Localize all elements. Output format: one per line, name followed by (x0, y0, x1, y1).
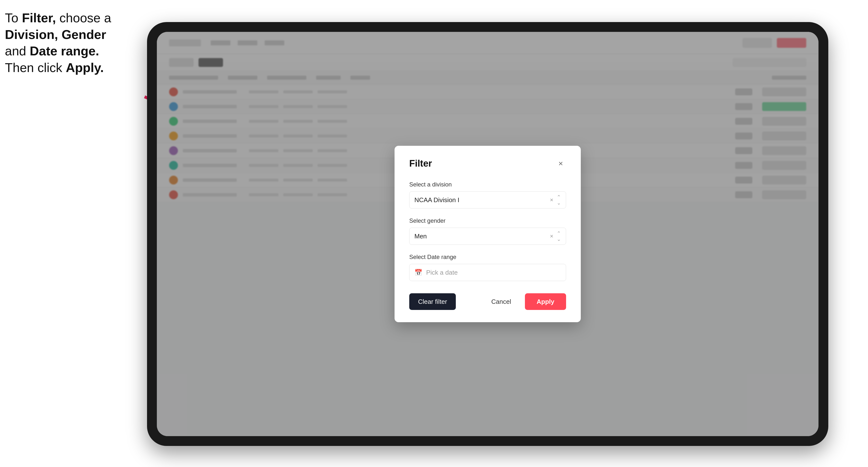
clear-filter-button[interactable]: Clear filter (409, 293, 456, 310)
instruction-line4: Then click Apply. (5, 61, 104, 75)
date-form-group: Select Date range 📅 Pick a date (409, 254, 566, 281)
date-input[interactable]: 📅 Pick a date (409, 264, 566, 281)
gender-form-group: Select gender Men × ⌃⌄ (409, 217, 566, 245)
tablet-screen: Filter × Select a division NCAA Division… (157, 32, 818, 436)
division-clear-icon[interactable]: × (550, 196, 553, 204)
modal-footer: Clear filter Cancel Apply (409, 293, 566, 310)
apply-button[interactable]: Apply (525, 293, 566, 310)
tablet-frame: Filter × Select a division NCAA Division… (147, 22, 828, 446)
gender-select[interactable]: Men × ⌃⌄ (409, 228, 566, 245)
division-select[interactable]: NCAA Division I × ⌃⌄ (409, 191, 566, 209)
modal-title: Filter (409, 158, 432, 169)
date-placeholder: Pick a date (426, 269, 458, 276)
modal-header: Filter × (409, 158, 566, 169)
filter-modal: Filter × Select a division NCAA Division… (395, 146, 581, 322)
gender-chevron-icon: ⌃⌄ (557, 230, 561, 242)
modal-overlay: Filter × Select a division NCAA Division… (157, 32, 818, 436)
division-select-controls: × ⌃⌄ (550, 194, 561, 206)
gender-select-controls: × ⌃⌄ (550, 230, 561, 242)
gender-label: Select gender (409, 217, 566, 224)
instruction-line3: and Date range. (5, 44, 99, 58)
calendar-icon: 📅 (414, 269, 422, 276)
modal-close-button[interactable]: × (555, 158, 566, 169)
division-gender-keyword: Division, Gender (5, 27, 106, 42)
gender-clear-icon[interactable]: × (550, 233, 553, 240)
date-label: Select Date range (409, 254, 566, 260)
division-label: Select a division (409, 181, 566, 188)
filter-keyword: Filter, (22, 11, 56, 25)
instruction-block: To Filter, choose a Division, Gender and… (5, 10, 142, 76)
division-form-group: Select a division NCAA Division I × ⌃⌄ (409, 181, 566, 209)
division-selected-value: NCAA Division I (414, 196, 460, 204)
cancel-button[interactable]: Cancel (483, 293, 520, 310)
apply-keyword: Apply. (66, 61, 104, 75)
division-chevron-icon: ⌃⌄ (557, 194, 561, 206)
date-range-keyword: Date range. (30, 44, 99, 58)
gender-selected-value: Men (414, 232, 427, 240)
instruction-line1: To Filter, choose a (5, 11, 111, 25)
